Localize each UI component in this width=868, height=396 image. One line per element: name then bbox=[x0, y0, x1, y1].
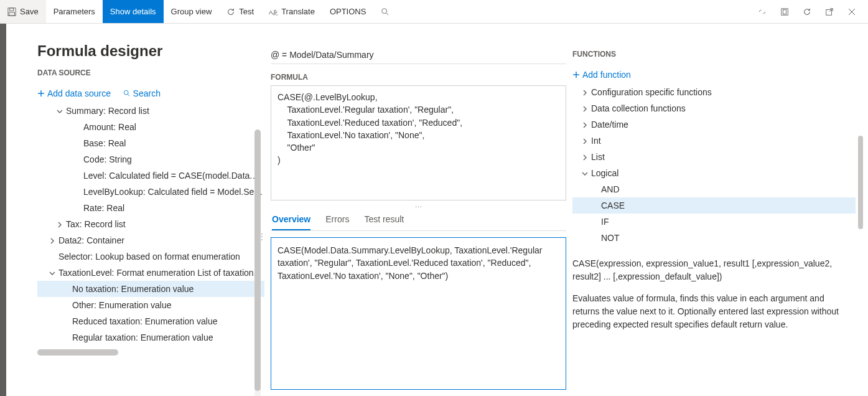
tree-item[interactable]: LevelByLookup: Calculated field = Model.… bbox=[37, 184, 264, 200]
refresh-icon bbox=[226, 7, 235, 16]
tree-item[interactable]: Reduced taxation: Enumeration value bbox=[37, 313, 264, 329]
caret-icon bbox=[49, 235, 56, 245]
tree-item[interactable]: Data2: Container bbox=[37, 232, 264, 248]
tree-item-label: Regular taxation: Enumeration value bbox=[72, 332, 213, 342]
function-text: Evaluates value of formula, finds this v… bbox=[572, 292, 849, 331]
caret-icon bbox=[581, 152, 589, 162]
tab-errors[interactable]: Errors bbox=[325, 209, 349, 230]
side-strip bbox=[0, 24, 6, 396]
function-description: CASE(expression, expression_value1, resu… bbox=[572, 257, 856, 340]
tree-item[interactable]: Level: Calculated field = CASE(model.Dat… bbox=[37, 167, 264, 184]
tree-item-label: TaxationLevel: Format enumeration List o… bbox=[58, 268, 261, 278]
search-ds-label: Search bbox=[133, 88, 161, 98]
office-icon[interactable] bbox=[775, 0, 795, 23]
save-label: Save bbox=[20, 7, 39, 16]
tree-item[interactable]: Tax: Record list bbox=[37, 216, 264, 232]
caret-icon bbox=[581, 120, 589, 130]
function-item[interactable]: NOT bbox=[572, 230, 856, 246]
tree-item-label: No taxation: Enumeration value bbox=[72, 284, 194, 294]
function-group-label: Logical bbox=[591, 168, 618, 178]
group-view-label: Group view bbox=[171, 7, 212, 16]
tree-item-label: Base: Real bbox=[83, 138, 126, 148]
function-item[interactable]: AND bbox=[572, 181, 856, 197]
function-group[interactable]: Configuration specific functions bbox=[572, 84, 856, 100]
options-button[interactable]: OPTIONS bbox=[322, 0, 374, 23]
parameters-button[interactable]: Parameters bbox=[46, 0, 103, 23]
tree-item[interactable]: Code: String bbox=[37, 151, 264, 167]
add-function-button[interactable]: Add function bbox=[572, 70, 631, 80]
functions-scrollbar[interactable] bbox=[858, 136, 864, 323]
tree-item-label: Summary: Record list bbox=[66, 106, 149, 116]
search-icon bbox=[123, 90, 131, 97]
tree-item[interactable]: Summary: Record list bbox=[37, 103, 264, 119]
function-group[interactable]: Date/time bbox=[572, 116, 856, 133]
refresh-button[interactable] bbox=[797, 0, 817, 23]
formula-label: FORMULA bbox=[271, 73, 566, 82]
tree-item-label: Tax: Record list bbox=[66, 219, 126, 229]
plus-icon bbox=[572, 71, 580, 78]
page-title: Formula designer bbox=[37, 42, 264, 60]
caret-icon bbox=[581, 103, 589, 113]
tree-item-label: Selector: Lookup based on format enumera… bbox=[58, 252, 240, 262]
options-label: OPTIONS bbox=[330, 7, 366, 16]
function-group[interactable]: Data collection functions bbox=[572, 100, 856, 116]
translate-label: Translate bbox=[281, 7, 315, 16]
formula-editor[interactable]: CASE(@.LevelByLookup, TaxationLevel.'Reg… bbox=[271, 85, 566, 200]
caret-icon bbox=[581, 136, 589, 146]
tree-item[interactable]: Other: Enumeration value bbox=[37, 297, 264, 313]
tree-item[interactable]: Amount: Real bbox=[37, 119, 264, 135]
add-data-source-button[interactable]: Add data source bbox=[37, 88, 111, 98]
function-group-label: Configuration specific functions bbox=[591, 87, 712, 97]
tree-item-label: Rate: Real bbox=[83, 203, 124, 213]
tree-item[interactable]: TaxationLevel: Format enumeration List o… bbox=[37, 265, 264, 281]
overview-text: CASE(Model.Data.Summary.LevelByLookup, T… bbox=[278, 245, 542, 281]
function-group-label: Data collection functions bbox=[591, 103, 686, 113]
formula-text: CASE(@.LevelByLookup, TaxationLevel.'Reg… bbox=[278, 92, 462, 165]
search-data-source-button[interactable]: Search bbox=[123, 88, 161, 98]
svg-rect-7 bbox=[783, 9, 786, 14]
resize-grip[interactable]: … bbox=[271, 200, 566, 209]
link-icon[interactable] bbox=[752, 0, 772, 23]
horizontal-scrollbar[interactable] bbox=[37, 349, 264, 356]
translate-button[interactable]: Aあ Translate bbox=[261, 0, 322, 23]
vertical-scrollbar[interactable] bbox=[254, 130, 261, 396]
tree-item[interactable]: No taxation: Enumeration value bbox=[37, 281, 264, 297]
formula-panel: @ = Model/Data/Summary FORMULA CASE(@.Le… bbox=[264, 24, 572, 396]
group-view-button[interactable]: Group view bbox=[164, 0, 220, 23]
tree-item-label: Code: String bbox=[83, 154, 132, 164]
function-item-label: NOT bbox=[601, 233, 620, 243]
add-func-label: Add function bbox=[582, 70, 631, 80]
function-group[interactable]: Logical bbox=[572, 165, 856, 181]
translate-icon: Aあ bbox=[269, 7, 278, 16]
svg-line-14 bbox=[128, 94, 129, 96]
caret-icon bbox=[56, 219, 63, 229]
function-item[interactable]: CASE bbox=[572, 197, 856, 214]
tree-item[interactable]: Rate: Real bbox=[37, 200, 264, 216]
svg-point-13 bbox=[124, 90, 128, 95]
test-label: Test bbox=[239, 7, 254, 16]
tab-test-result[interactable]: Test result bbox=[364, 209, 404, 230]
save-button[interactable]: Save bbox=[0, 0, 46, 23]
tree-item[interactable]: Selector: Lookup based on format enumera… bbox=[37, 248, 264, 265]
add-ds-label: Add data source bbox=[47, 88, 111, 98]
functions-tree: Configuration specific functionsData col… bbox=[572, 84, 856, 246]
tree-item-label: Other: Enumeration value bbox=[72, 300, 172, 310]
popout-icon[interactable] bbox=[819, 0, 839, 23]
tab-overview[interactable]: Overview bbox=[272, 209, 310, 230]
tree-item[interactable]: Base: Real bbox=[37, 135, 264, 151]
close-button[interactable] bbox=[842, 0, 862, 23]
function-group[interactable]: Int bbox=[572, 133, 856, 149]
caret-icon bbox=[49, 268, 56, 278]
tree-item[interactable]: Regular taxation: Enumeration value bbox=[37, 329, 264, 346]
show-details-button[interactable]: Show details bbox=[103, 0, 164, 23]
functions-panel: FUNCTIONS Add function Configuration spe… bbox=[572, 24, 868, 396]
test-button[interactable]: Test bbox=[219, 0, 261, 23]
data-source-label: DATA SOURCE bbox=[37, 68, 264, 77]
function-group[interactable]: List bbox=[572, 149, 856, 165]
data-source-panel: Formula designer DATA SOURCE Add data so… bbox=[6, 24, 264, 396]
function-item-label: CASE bbox=[601, 200, 625, 210]
search-button[interactable] bbox=[373, 0, 397, 23]
function-group-label: Date/time bbox=[591, 120, 628, 130]
tree-item-label: Reduced taxation: Enumeration value bbox=[72, 316, 217, 326]
function-item[interactable]: IF bbox=[572, 214, 856, 230]
